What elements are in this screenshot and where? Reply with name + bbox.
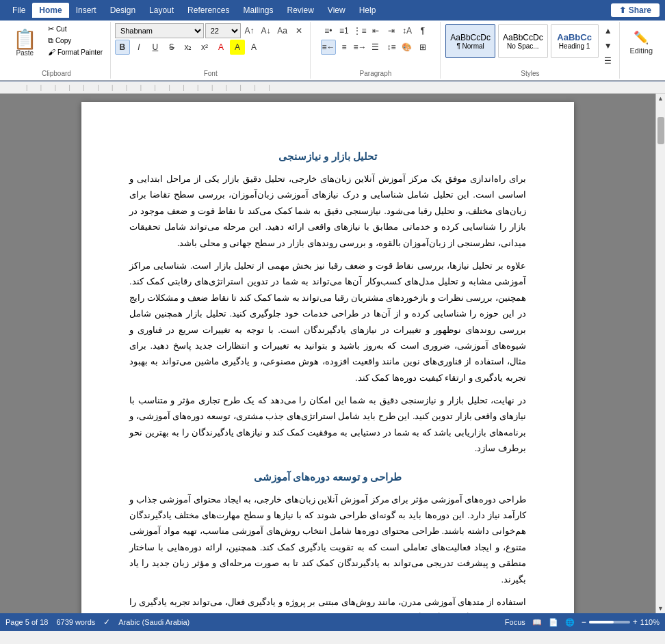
styles-group: AaBbCcDc ¶ Normal AaBbCcDc No Spac... Aa… — [441, 22, 620, 79]
editing-button[interactable]: ✏️ Editing — [624, 23, 658, 56]
editing-label: Editing — [629, 46, 653, 55]
paste-icon: 📋 — [13, 30, 37, 49]
change-case-button[interactable]: Aa — [275, 23, 290, 38]
scroll-thumb[interactable] — [657, 117, 664, 144]
shading-button[interactable]: 🎨 — [400, 40, 415, 55]
tab-review[interactable]: Review — [280, 3, 320, 18]
decrease-indent-button[interactable]: ⇤ — [368, 23, 383, 38]
borders-button[interactable]: ⊞ — [415, 40, 430, 55]
align-center-button[interactable]: ≡ — [337, 40, 352, 55]
tab-design[interactable]: Design — [103, 3, 142, 18]
cut-icon: ✂ — [48, 25, 54, 33]
style-h1-label: Heading 1 — [559, 42, 590, 50]
font-label: Font — [204, 68, 218, 77]
zoom-control[interactable]: − + 110% — [582, 617, 660, 627]
highlight-button[interactable]: A — [230, 40, 245, 55]
focus-label[interactable]: Focus — [505, 618, 525, 626]
language: Arabic (Saudi Arabia) — [118, 618, 190, 626]
style-nospace-label: No Spac... — [507, 42, 539, 50]
document-area: تحلیل بازار و نیازسنجی برای راه‌اندازی م… — [0, 94, 655, 613]
paragraph-1-3: در نهایت، تحلیل بازار و نیازسنجی دقیق به… — [129, 392, 526, 457]
paragraph-1-1: برای راه‌اندازی موفق یک مرکز آموزش آنلای… — [129, 171, 526, 251]
sort-button[interactable]: ↕A — [400, 23, 415, 38]
status-bar: Page 5 of 18 6739 words ✓ Arabic (Saudi … — [0, 613, 665, 631]
subscript-button[interactable]: x₂ — [181, 40, 196, 55]
zoom-fill — [589, 621, 614, 623]
tab-home[interactable]: Home — [32, 3, 68, 18]
scroll-down-arrow[interactable]: ▼ — [656, 604, 666, 613]
style-normal[interactable]: AaBbCcDc ¶ Normal — [445, 24, 495, 58]
font-shading-button[interactable]: A — [246, 40, 261, 55]
editing-icon: ✏️ — [634, 30, 649, 45]
grow-font-button[interactable]: A↑ — [242, 23, 257, 38]
format-painter-label: Format Painter — [57, 49, 103, 56]
paragraph-1-2: علاوه بر تحلیل نیازها، بررسی نقاط قوت و … — [129, 258, 526, 386]
superscript-button[interactable]: x² — [197, 40, 212, 55]
ruler: | | | | | | | | | | | | | | | | | | — [0, 81, 665, 94]
zoom-level: 110% — [640, 618, 660, 626]
styles-up-button[interactable]: ▲ — [601, 23, 616, 38]
align-left-button[interactable]: ≡← — [321, 40, 336, 55]
style-no-space[interactable]: AaBbCcDc No Spac... — [498, 24, 548, 58]
font-color-button[interactable]: A — [213, 40, 229, 55]
vertical-scrollbar[interactable]: ▲ ▼ — [655, 94, 665, 613]
tab-insert[interactable]: Insert — [69, 3, 103, 18]
increase-indent-button[interactable]: ⇥ — [384, 23, 399, 38]
clipboard-group: 📋 Paste ✂ Cut ⧉ Copy 🖌 Format Painter — [3, 22, 111, 79]
clipboard-label: Clipboard — [42, 68, 71, 77]
share-icon: ⬆ — [619, 5, 626, 15]
cut-button[interactable]: ✂ Cut — [44, 23, 106, 35]
numbering-button[interactable]: ≡1 — [337, 23, 352, 38]
page-info: Page 5 of 18 — [5, 618, 48, 626]
style-normal-label: ¶ Normal — [456, 42, 484, 50]
format-painter-button[interactable]: 🖌 Format Painter — [44, 46, 106, 57]
shrink-font-button[interactable]: A↓ — [259, 23, 274, 38]
share-label: Share — [629, 5, 651, 15]
bold-button[interactable]: B — [115, 40, 130, 55]
styles-more-button[interactable]: ☰ — [601, 53, 616, 68]
share-button[interactable]: ⬆ Share — [611, 3, 660, 17]
line-spacing-button[interactable]: ↕≡ — [384, 40, 399, 55]
style-heading1[interactable]: AaBbCc Heading 1 — [551, 24, 599, 58]
font-family-select[interactable]: Shabnam — [115, 23, 204, 38]
tab-view[interactable]: View — [321, 3, 352, 18]
format-painter-icon: 🖌 — [48, 48, 55, 56]
copy-label: Copy — [55, 37, 71, 44]
font-size-select[interactable]: 22 — [205, 23, 241, 38]
editing-group: ✏️ Editing — [620, 22, 662, 79]
copy-button[interactable]: ⧉ Copy — [44, 35, 106, 46]
align-right-button[interactable]: ≡→ — [352, 40, 367, 55]
paragraph-label: Paragraph — [360, 68, 392, 77]
styles-down-button[interactable]: ▼ — [601, 38, 616, 53]
tab-help[interactable]: Help — [352, 3, 383, 18]
multilevel-button[interactable]: ⋮≡ — [352, 23, 367, 38]
style-nospace-preview: AaBbCcDc — [503, 33, 543, 42]
ruler-marks: | | | | | | | | | | | | | | | | | | — [5, 84, 660, 91]
italic-button[interactable]: I — [131, 40, 146, 55]
view-mode-print[interactable]: 📄 — [549, 618, 558, 627]
tab-file[interactable]: File — [5, 3, 32, 18]
paste-label: Paste — [16, 49, 34, 57]
copy-icon: ⧉ — [48, 36, 53, 45]
zoom-in-icon[interactable]: + — [633, 617, 638, 627]
view-mode-read[interactable]: 📖 — [532, 618, 542, 627]
style-h1-preview: AaBbCc — [557, 32, 592, 42]
paste-button[interactable]: 📋 Paste — [7, 23, 43, 63]
clear-formatting-button[interactable]: ✕ — [291, 23, 307, 38]
tab-mailings[interactable]: Mailings — [236, 3, 280, 18]
section-title-1: تحلیل بازار و نیازسنجی — [129, 147, 526, 165]
strikethrough-button[interactable]: S̶ — [164, 40, 179, 55]
scroll-up-arrow[interactable]: ▲ — [656, 94, 666, 103]
bullets-button[interactable]: ≡• — [321, 23, 336, 38]
proofing-icon: ✓ — [103, 617, 110, 627]
zoom-slider[interactable] — [589, 621, 630, 623]
zoom-out-icon[interactable]: − — [582, 617, 586, 627]
paragraph-2-1: طراحی دوره‌های آموزشی مؤثر برای مرکز آمو… — [129, 492, 526, 587]
justify-button[interactable]: ☰ — [368, 40, 383, 55]
tab-references[interactable]: References — [181, 3, 236, 18]
show-hide-button[interactable]: ¶ — [415, 23, 430, 38]
tab-layout[interactable]: Layout — [142, 3, 181, 18]
paragraph-2-2: استفاده از متدهای آموزشی مدرن، مانند روش… — [129, 594, 526, 613]
underline-button[interactable]: U — [148, 40, 163, 55]
view-mode-web[interactable]: 🌐 — [565, 618, 575, 627]
